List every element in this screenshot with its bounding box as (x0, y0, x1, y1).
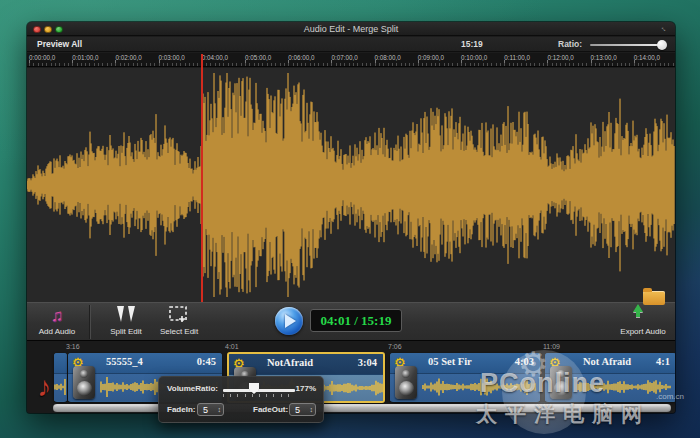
fadein-value: 5 (203, 405, 208, 415)
track-area: ♪ 3:16⚙55555_40:454:01⚙NotAfraid3:047:06… (27, 340, 675, 413)
music-notes-icon: ♫ (29, 306, 85, 326)
ratio-slider-knob[interactable] (657, 40, 667, 50)
clip-duration: 4:03 (515, 356, 534, 367)
audio-clip[interactable] (54, 353, 67, 402)
fadeout-label: FadeOut: (253, 405, 288, 414)
clip-duration: 3:04 (358, 357, 377, 368)
clip-duration: 4:1 (656, 356, 670, 367)
app-window: Audio Edit - Merge Split ↔ Preview All 1… (27, 22, 675, 413)
volume-slider-track[interactable] (223, 389, 295, 392)
clip-title: 05 Set Fir (428, 356, 472, 367)
ratio-slider-track[interactable] (590, 44, 664, 46)
time-display: 04:01 / 15:19 (310, 309, 402, 332)
desktop: Audio Edit - Merge Split ↔ Preview All 1… (0, 0, 700, 438)
volume-slider-thumb[interactable] (249, 383, 259, 394)
fadein-label: FadeIn: (167, 405, 195, 414)
volume-slider-ticks (223, 394, 295, 397)
preview-all-button[interactable]: Preview All (37, 39, 82, 49)
timeline-ruler[interactable]: 0:00:00,00:01:00,00:02:00,00:03:00,00:04… (27, 53, 675, 67)
fadein-stepper[interactable]: 5 ↕ (197, 403, 224, 416)
toolbar: ♫ Add Audio Split Edit (27, 302, 675, 340)
audio-clip[interactable]: ⚙Not Afraid4:1 (545, 353, 675, 402)
audio-clip[interactable]: ⚙05 Set Fir4:03 (390, 353, 540, 402)
clip-settings-popup: VolumeRatio: 177% FadeIn: 5 ↕ FadeOut: 5… (158, 376, 324, 423)
select-region-icon (151, 306, 207, 326)
volume-ratio-label: VolumeRatio: (167, 384, 218, 393)
titlebar: Audio Edit - Merge Split ↔ (27, 22, 675, 36)
select-edit-label: Select Edit (160, 327, 198, 336)
clip-start-time: 7:06 (388, 343, 402, 350)
ruler-minor-ticks (29, 63, 675, 66)
horizontal-scrollbar[interactable] (53, 404, 671, 412)
stepper-arrows-icon[interactable]: ↕ (310, 404, 314, 416)
export-audio-button[interactable]: Export Audio (615, 306, 671, 336)
clip-title: NotAfraid (267, 357, 313, 368)
window-title: Audio Edit - Merge Split (27, 22, 675, 36)
speaker-icon (550, 366, 572, 399)
control-subbar: Preview All 15:19 Ratio: (27, 37, 675, 52)
stepper-arrows-icon[interactable]: ↕ (218, 404, 222, 416)
waveform-display[interactable] (27, 68, 675, 302)
add-audio-button[interactable]: ♫ Add Audio (29, 306, 85, 336)
add-audio-label: Add Audio (39, 327, 75, 336)
volume-ratio-value: 177% (296, 384, 316, 393)
export-folder-icon (615, 306, 671, 326)
select-edit-button[interactable]: Select Edit (151, 306, 207, 336)
speaker-icon (395, 366, 417, 399)
split-icon (101, 306, 151, 326)
music-track-icon: ♪ (37, 371, 51, 403)
split-edit-label: Split Edit (110, 327, 142, 336)
clip-title: Not Afraid (583, 356, 631, 367)
clip-duration: 0:45 (197, 356, 216, 367)
export-audio-label: Export Audio (620, 327, 665, 336)
fadeout-value: 5 (295, 405, 300, 415)
clip-start-time: 4:01 (225, 343, 239, 350)
split-edit-button[interactable]: Split Edit (101, 306, 151, 336)
clip-start-time: 11:09 (543, 343, 560, 350)
play-button[interactable] (275, 307, 303, 335)
clip-start-time: 3:16 (66, 343, 80, 350)
total-time-label: 15:19 (461, 39, 483, 49)
fadeout-stepper[interactable]: 5 ↕ (289, 403, 316, 416)
clip-title: 55555_4 (106, 356, 143, 367)
ratio-label: Ratio: (558, 39, 582, 49)
playhead[interactable] (201, 54, 203, 302)
toolbar-separator (89, 305, 90, 339)
speaker-icon (73, 366, 95, 399)
